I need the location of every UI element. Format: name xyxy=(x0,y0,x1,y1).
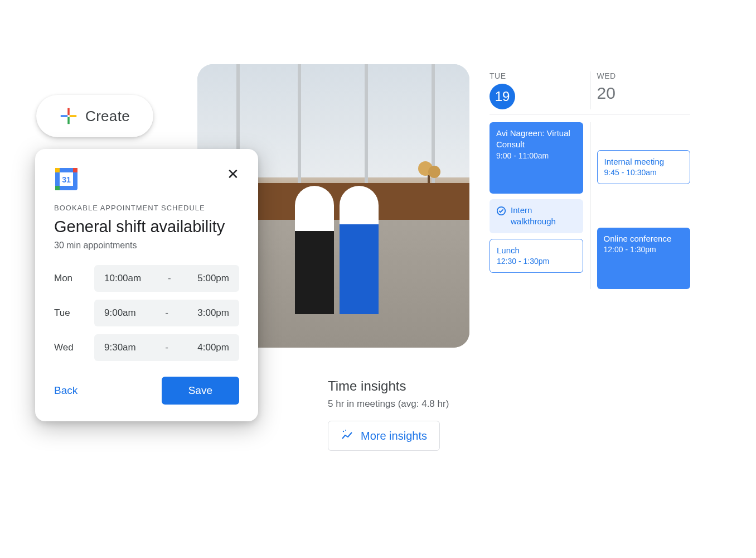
event-title: Avi Nagreen: Virtual Consult xyxy=(496,128,576,151)
svg-rect-0 xyxy=(67,108,70,115)
day-number-selected: 19 xyxy=(490,84,515,109)
day-of-week: TUE xyxy=(490,71,583,80)
svg-point-17 xyxy=(343,431,344,432)
insights-icon xyxy=(341,429,354,442)
calendar-event[interactable]: Intern walkthrough xyxy=(490,199,583,233)
schedule-row: Mon 10:00am - 5:00pm xyxy=(54,265,239,292)
event-title: Online conference xyxy=(604,233,684,244)
dash: - xyxy=(165,342,168,353)
calendar-logo-icon: 31 xyxy=(54,167,79,191)
check-circle-icon xyxy=(496,206,506,216)
calendar-event[interactable]: Internal meeting 9:45 - 10:30am xyxy=(597,150,691,184)
start-time: 9:30am xyxy=(104,342,136,353)
svg-rect-13 xyxy=(55,186,60,190)
svg-rect-15 xyxy=(55,168,60,172)
dash: - xyxy=(168,273,171,284)
svg-rect-14 xyxy=(73,168,77,172)
time-insights: Time insights 5 hr in meetings (avg: 4.8… xyxy=(328,378,495,451)
schedule-row: Tue 9:00am - 3:00pm xyxy=(54,300,239,326)
close-icon[interactable]: ✕ xyxy=(227,167,239,181)
event-title: Intern walkthrough xyxy=(511,205,576,228)
create-button[interactable]: Create xyxy=(36,95,153,137)
create-label: Create xyxy=(85,108,130,125)
start-time: 9:00am xyxy=(104,307,136,319)
time-range-input[interactable]: 9:30am - 4:00pm xyxy=(94,334,239,361)
svg-rect-1 xyxy=(67,117,70,124)
dash: - xyxy=(165,307,168,319)
event-time: 12:30 - 1:30pm xyxy=(497,256,576,267)
calendar-event[interactable]: Avi Nagreen: Virtual Consult 9:00 - 11:0… xyxy=(490,122,583,194)
day-number: 20 xyxy=(597,84,691,103)
time-range-input[interactable]: 10:00am - 5:00pm xyxy=(94,265,239,292)
end-time: 3:00pm xyxy=(197,307,229,319)
appointment-subtitle: 30 min appointments xyxy=(54,240,239,251)
appointment-title: General shift availability xyxy=(54,218,239,236)
mini-calendar: TUE 19 WED 20 Avi Nagreen: Virtual Consu… xyxy=(490,71,690,289)
calendar-day-header[interactable]: WED 20 xyxy=(590,71,691,109)
svg-rect-2 xyxy=(61,115,67,117)
event-time: 12:00 - 1:30pm xyxy=(604,244,684,255)
day-label: Tue xyxy=(54,307,83,319)
schedule-row: Wed 9:30am - 4:00pm xyxy=(54,334,239,361)
calendar-event[interactable]: Online conference 12:00 - 1:30pm xyxy=(597,228,691,289)
day-label: Mon xyxy=(54,273,83,284)
back-button[interactable]: Back xyxy=(54,384,77,397)
appointment-card: 31 ✕ BOOKABLE APPOINTMENT SCHEDULE Gener… xyxy=(35,149,258,421)
day-label: Wed xyxy=(54,342,83,353)
insights-title: Time insights xyxy=(328,378,495,394)
svg-rect-3 xyxy=(70,115,76,117)
plus-icon xyxy=(60,107,77,125)
time-range-input[interactable]: 9:00am - 3:00pm xyxy=(94,300,239,326)
day-of-week: WED xyxy=(597,71,691,80)
event-time: 9:45 - 10:30am xyxy=(604,167,684,178)
event-time: 9:00 - 11:00am xyxy=(496,151,576,161)
event-title: Internal meeting xyxy=(604,156,684,167)
event-title: Lunch xyxy=(497,245,576,256)
more-insights-label: More insights xyxy=(361,430,427,442)
svg-text:31: 31 xyxy=(62,175,71,184)
end-time: 4:00pm xyxy=(197,342,229,353)
more-insights-button[interactable]: More insights xyxy=(328,421,440,451)
calendar-event[interactable]: Lunch 12:30 - 1:30pm xyxy=(490,239,583,273)
insights-subtitle: 5 hr in meetings (avg: 4.8 hr) xyxy=(328,398,495,410)
svg-point-10 xyxy=(428,166,440,178)
end-time: 5:00pm xyxy=(197,273,229,284)
start-time: 10:00am xyxy=(104,273,141,284)
calendar-day-header[interactable]: TUE 19 xyxy=(490,71,590,109)
appointment-overline: BOOKABLE APPOINTMENT SCHEDULE xyxy=(54,204,239,212)
save-button[interactable]: Save xyxy=(162,377,239,405)
svg-point-18 xyxy=(345,430,346,431)
